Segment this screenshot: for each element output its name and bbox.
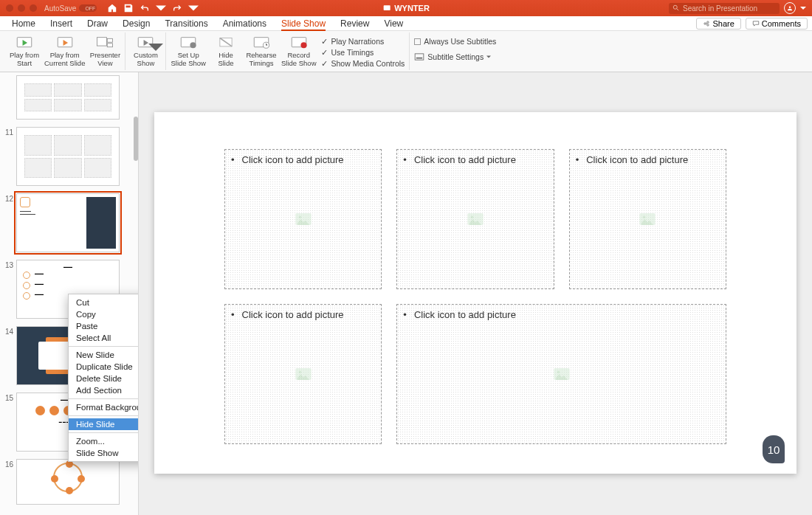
ctx-delete-slide[interactable]: Delete Slide — [69, 373, 139, 384]
svg-point-21 — [471, 216, 474, 219]
use-timings-checkbox[interactable]: ✓Use Timings — [321, 48, 405, 57]
check-icon: ✓ — [321, 49, 328, 56]
user-avatar[interactable] — [784, 2, 796, 14]
window-controls[interactable] — [6, 4, 37, 12]
thumb-number: 13 — [3, 260, 13, 269]
show-media-checkbox[interactable]: ✓Show Media Controls — [321, 59, 405, 68]
custom-show-button[interactable]: Custom Show — [130, 32, 161, 68]
svg-point-27 — [557, 371, 560, 374]
scrollbar[interactable] — [134, 117, 138, 161]
image-icon — [467, 213, 484, 225]
separator — [69, 346, 139, 347]
picture-placeholder[interactable]: Click icon to add picture — [396, 304, 726, 444]
always-subtitles-checkbox[interactable]: Always Use Subtitles — [414, 37, 496, 46]
tab-slide-show[interactable]: Slide Show — [274, 16, 333, 30]
autosave-label: AutoSave — [44, 4, 76, 13]
undo-icon[interactable] — [140, 3, 150, 13]
thumb-number: 16 — [3, 459, 13, 469]
tab-draw[interactable]: Draw — [80, 16, 115, 30]
minimize-icon[interactable] — [18, 4, 25, 12]
presentation-icon — [382, 4, 391, 13]
tab-design[interactable]: Design — [115, 16, 157, 30]
share-button[interactable]: Share — [696, 18, 740, 30]
ctx-duplicate-slide[interactable]: Duplicate Slide⇧⌘D — [69, 361, 139, 373]
chevron-down-icon — [146, 40, 165, 55]
thumbnail-slide-11[interactable] — [16, 127, 120, 186]
svg-rect-0 — [384, 5, 390, 10]
thumb-number: 11 — [3, 127, 13, 136]
ctx-select-all[interactable]: Select All⌘A — [69, 332, 139, 344]
comments-button[interactable]: Comments — [746, 18, 808, 30]
tab-transitions[interactable]: Transitions — [157, 16, 215, 30]
chevron-down-icon[interactable] — [800, 5, 806, 11]
picture-placeholder[interactable]: Click icon to add picture — [396, 149, 554, 289]
separator — [69, 415, 139, 416]
record-show-button[interactable]: Record Slide Show — [281, 32, 317, 68]
thumb-number: 15 — [3, 393, 13, 402]
svg-rect-5 — [97, 38, 107, 46]
subtitle-icon — [414, 53, 424, 61]
document-title: WYNTER — [382, 4, 430, 13]
image-icon — [295, 213, 312, 225]
thumbnail-slide-16[interactable] — [16, 459, 120, 505]
thumb-number: 12 — [3, 193, 13, 203]
autosave-control[interactable]: AutoSave OFF — [44, 4, 97, 13]
ctx-format-background[interactable]: Format Background... — [69, 401, 139, 413]
autosave-toggle[interactable]: OFF — [79, 4, 97, 12]
image-icon — [639, 213, 656, 225]
thumbnail-slide-12[interactable]: ▬▬▬▬▬▬▬▬▬▬▬▬ — [16, 193, 120, 252]
ctx-zoom[interactable]: Zoom... — [69, 435, 139, 447]
redo-icon[interactable] — [172, 3, 182, 13]
presenter-view-button[interactable]: Presenter View — [89, 32, 120, 68]
ctx-paste[interactable]: Paste⌘V — [69, 320, 139, 332]
slide-canvas-area[interactable]: Click icon to add picture Click icon to … — [139, 72, 812, 515]
check-icon: ✓ — [321, 38, 328, 45]
ctx-new-slide[interactable]: New Slide⇧⌘N — [69, 349, 139, 361]
undo-dropdown-icon[interactable] — [156, 3, 166, 13]
ribbon: Play from Start Play from Current Slide … — [0, 31, 812, 72]
slide[interactable]: Click icon to add picture Click icon to … — [154, 112, 796, 474]
image-icon — [554, 368, 570, 380]
play-narrations-checkbox[interactable]: ✓Play Narrations — [321, 37, 405, 46]
separator — [69, 432, 139, 433]
svg-rect-17 — [416, 58, 422, 59]
ctx-copy[interactable]: Copy⌘C — [69, 308, 139, 320]
search-box[interactable] — [669, 3, 780, 14]
titlebar: AutoSave OFF WYNTER — [0, 0, 812, 16]
thumbnail-slide[interactable] — [16, 75, 120, 120]
home-icon[interactable] — [107, 3, 117, 13]
zoom-icon[interactable] — [30, 4, 37, 12]
svg-rect-6 — [108, 38, 113, 42]
rehearse-timings-button[interactable]: Rehearse Timings — [246, 32, 277, 68]
picture-placeholder[interactable]: Click icon to add picture — [224, 149, 382, 289]
chevron-down-icon — [486, 55, 491, 59]
slide-thumbnails-panel[interactable]: 11 12▬▬▬▬▬▬▬▬▬▬▬▬ 13▬▬▬▬▬▬▬▬▬▬▬▬ 14 15▬▬… — [0, 72, 139, 515]
search-input[interactable] — [683, 4, 771, 13]
subtitle-settings-button[interactable]: Subtitle Settings — [414, 52, 496, 61]
picture-placeholder[interactable]: Click icon to add picture — [569, 149, 726, 289]
check-icon: ✓ — [321, 60, 328, 67]
save-icon[interactable] — [123, 3, 134, 13]
tab-home[interactable]: Home — [4, 16, 43, 30]
tab-review[interactable]: Review — [333, 16, 376, 30]
hide-slide-button[interactable]: Hide Slide — [210, 32, 241, 68]
picture-placeholder[interactable]: Click icon to add picture — [224, 304, 382, 444]
image-icon — [295, 368, 312, 380]
ctx-hide-slide[interactable]: Hide Slide — [69, 418, 139, 430]
svg-rect-7 — [108, 44, 113, 47]
tab-animations[interactable]: Animations — [216, 16, 274, 30]
tab-insert[interactable]: Insert — [43, 16, 80, 30]
checkbox-empty-icon — [414, 38, 421, 45]
ctx-slide-show[interactable]: Slide Show⇧⌘↩ — [69, 447, 139, 459]
ctx-cut[interactable]: Cut⌘X — [69, 297, 139, 308]
context-menu: Cut⌘X Copy⌘C Paste⌘V Select All⌘A New Sl… — [68, 294, 139, 462]
play-from-start-button[interactable]: Play from Start — [9, 32, 40, 68]
thumb-number: 14 — [3, 326, 13, 336]
separator — [69, 398, 139, 399]
tab-view[interactable]: View — [376, 16, 410, 30]
setup-show-button[interactable]: Set Up Slide Show — [171, 32, 206, 68]
qat-dropdown-icon[interactable] — [188, 3, 199, 13]
ctx-add-section[interactable]: Add Section — [69, 384, 139, 396]
play-from-current-button[interactable]: Play from Current Slide — [44, 32, 85, 68]
close-icon[interactable] — [6, 4, 13, 12]
